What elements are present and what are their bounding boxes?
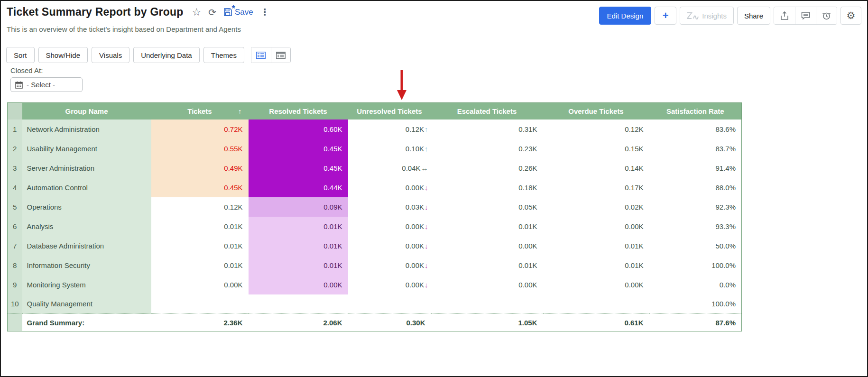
satisfaction-rate-cell[interactable]: 93.3% (649, 217, 742, 236)
satisfaction-rate-cell[interactable]: 50.0% (649, 236, 742, 256)
group-name-cell[interactable]: Quality Management (22, 294, 151, 314)
group-name-cell[interactable]: Usability Management (22, 139, 151, 158)
escalated-tickets-cell[interactable]: 0.23K (431, 139, 543, 158)
favorite-star-button[interactable]: ☆ (192, 7, 201, 18)
tickets-cell[interactable] (151, 294, 249, 314)
escalated-tickets-cell[interactable]: 0.31K (431, 120, 543, 139)
resolved-tickets-cell[interactable]: 0.45K (249, 139, 348, 158)
resolved-tickets-cell[interactable]: 0.01K (249, 236, 348, 256)
escalated-tickets-cell[interactable]: 0.01K (431, 217, 543, 236)
tickets-cell[interactable]: 0.45K (151, 178, 249, 197)
satisfaction-rate-cell[interactable]: 83.7% (649, 139, 742, 158)
column-header-unresolved-tickets[interactable]: Unresolved Tickets (348, 103, 431, 120)
refresh-button[interactable]: ⟳ (208, 8, 216, 17)
group-name-cell[interactable]: Operations (22, 197, 151, 217)
themes-button[interactable]: Themes (203, 47, 244, 63)
export-button[interactable] (774, 7, 795, 24)
escalated-tickets-cell[interactable]: 0.01K (431, 256, 543, 275)
satisfaction-rate-cell[interactable]: 92.3% (649, 197, 742, 217)
unresolved-tickets-cell[interactable]: 0.00K↓ (348, 178, 431, 197)
satisfaction-rate-cell[interactable]: 91.4% (649, 158, 742, 178)
escalated-tickets-cell[interactable] (431, 294, 543, 314)
tickets-cell[interactable]: 0.72K (151, 120, 249, 139)
group-name-cell[interactable]: Analysis (22, 217, 151, 236)
escalated-tickets-cell[interactable]: 0.00K (431, 275, 543, 294)
edit-design-button[interactable]: Edit Design (599, 7, 652, 25)
settings-button[interactable]: ⚙ (840, 7, 861, 25)
tickets-cell[interactable]: 0.01K (151, 236, 249, 256)
unresolved-value: 0.00K (406, 242, 424, 250)
tickets-cell[interactable]: 0.00K (151, 275, 249, 294)
unresolved-tickets-cell[interactable]: 0.00K↓ (348, 256, 431, 275)
escalated-tickets-cell[interactable]: 0.18K (431, 178, 543, 197)
column-header-group-name[interactable]: Group Name (22, 103, 151, 120)
column-header-satisfaction-rate[interactable]: Satisfaction Rate (649, 103, 742, 120)
unresolved-tickets-cell[interactable]: 0.00K↓ (348, 236, 431, 256)
unresolved-tickets-cell[interactable]: 0.03K↓ (348, 197, 431, 217)
unresolved-tickets-cell[interactable]: 0.10K↑ (348, 139, 431, 158)
column-header-tickets[interactable]: Tickets↑ (151, 103, 249, 120)
satisfaction-rate-cell[interactable]: 100.0% (649, 294, 742, 314)
overdue-tickets-cell[interactable]: 0.12K (543, 120, 649, 139)
resolved-tickets-cell[interactable]: 0.60K (249, 120, 348, 139)
overdue-tickets-cell[interactable]: 0.01K (543, 256, 649, 275)
overdue-tickets-cell[interactable]: 0.01K (543, 236, 649, 256)
unresolved-tickets-cell[interactable] (348, 294, 431, 314)
tickets-cell[interactable]: 0.01K (151, 217, 249, 236)
satisfaction-rate-cell[interactable]: 0.0% (649, 275, 742, 294)
column-header-resolved-tickets[interactable]: Resolved Tickets (249, 103, 348, 120)
resolved-tickets-cell[interactable]: 0.01K (249, 256, 348, 275)
sort-button[interactable]: Sort (6, 47, 35, 63)
unresolved-tickets-cell[interactable]: 0.00K↓ (348, 275, 431, 294)
group-name-cell[interactable]: Server Administration (22, 158, 151, 178)
overdue-tickets-cell[interactable]: 0.00K (543, 217, 649, 236)
unresolved-tickets-cell[interactable]: 0.12K↑ (348, 120, 431, 139)
unresolved-value: 0.12K (406, 125, 424, 133)
overdue-tickets-cell[interactable]: 0.17K (543, 178, 649, 197)
escalated-tickets-cell[interactable]: 0.00K (431, 236, 543, 256)
escalated-tickets-cell[interactable]: 0.05K (431, 197, 543, 217)
group-name-cell[interactable]: Network Administration (22, 120, 151, 139)
overdue-tickets-cell[interactable]: 0.14K (543, 158, 649, 178)
group-name-cell[interactable]: Database Administration (22, 236, 151, 256)
overdue-tickets-cell[interactable]: 0.15K (543, 139, 649, 158)
resolved-tickets-cell[interactable]: 0.09K (249, 197, 348, 217)
group-name-cell[interactable]: Automation Control (22, 178, 151, 197)
escalated-tickets-cell[interactable]: 0.26K (431, 158, 543, 178)
resolved-tickets-cell[interactable]: 0.44K (249, 178, 348, 197)
tickets-cell[interactable]: 0.01K (151, 256, 249, 275)
comments-button[interactable] (795, 7, 816, 24)
tickets-cell[interactable]: 0.49K (151, 158, 249, 178)
resolved-tickets-cell[interactable] (249, 294, 348, 314)
underlying-data-button[interactable]: Underlying Data (133, 47, 200, 63)
alerts-button[interactable] (816, 7, 837, 24)
tickets-cell[interactable]: 0.55K (151, 139, 249, 158)
overdue-tickets-cell[interactable]: 0.02K (543, 197, 649, 217)
pivot-view-button[interactable] (271, 47, 290, 63)
tickets-cell[interactable]: 0.12K (151, 197, 249, 217)
unresolved-tickets-cell[interactable]: 0.00K↓ (348, 217, 431, 236)
insights-button[interactable]: Insights (680, 7, 734, 25)
add-button[interactable]: + (655, 7, 676, 25)
satisfaction-rate-cell[interactable]: 83.6% (649, 120, 742, 139)
show-hide-button[interactable]: Show/Hide (38, 47, 88, 63)
table-view-button[interactable] (251, 47, 271, 63)
overdue-tickets-cell[interactable]: 0.00K (543, 275, 649, 294)
group-name-cell[interactable]: Information Security (22, 256, 151, 275)
date-filter-select[interactable]: - Select - (10, 77, 83, 92)
overdue-tickets-cell[interactable] (543, 294, 649, 314)
save-button[interactable]: * Save (223, 8, 253, 17)
column-header-escalated-tickets[interactable]: Escalated Tickets (431, 103, 543, 120)
satisfaction-rate-cell[interactable]: 100.0% (649, 256, 742, 275)
date-filter-value: - Select - (27, 81, 55, 89)
resolved-tickets-cell[interactable]: 0.00K (249, 275, 348, 294)
visuals-button[interactable]: Visuals (92, 47, 129, 63)
column-header-overdue-tickets[interactable]: Overdue Tickets (543, 103, 649, 120)
satisfaction-rate-cell[interactable]: 88.0% (649, 178, 742, 197)
resolved-tickets-cell[interactable]: 0.45K (249, 158, 348, 178)
unresolved-tickets-cell[interactable]: 0.04K↔ (348, 158, 431, 178)
share-button[interactable]: Share (737, 7, 770, 25)
resolved-tickets-cell[interactable]: 0.01K (249, 217, 348, 236)
more-menu-button[interactable]: ⋮ (260, 7, 269, 18)
group-name-cell[interactable]: Monitoring System (22, 275, 151, 294)
